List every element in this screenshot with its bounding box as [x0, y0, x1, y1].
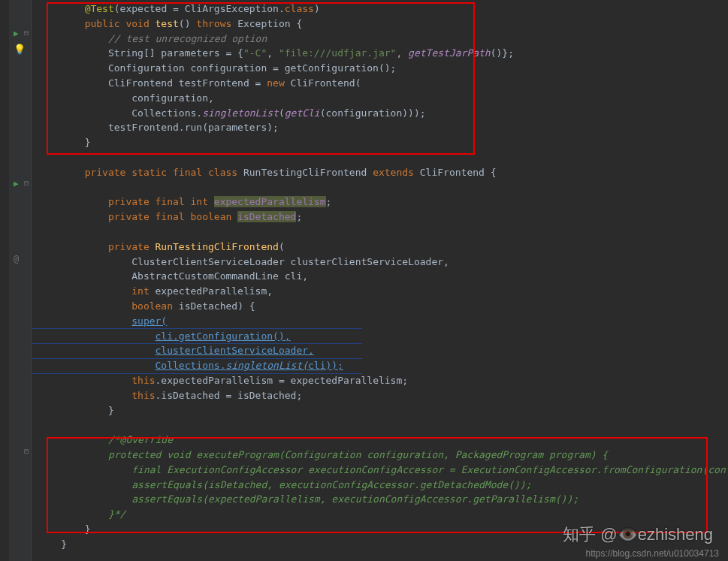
fold-icon[interactable]: ⊟ — [24, 29, 29, 37]
code-line[interactable]: clusterClientServiceLoader, — [32, 343, 728, 358]
code-line[interactable]: ClusterClientServiceLoader clusterClient… — [32, 255, 728, 270]
code-line[interactable]: testFrontend.run(parameters); — [32, 120, 728, 135]
lightbulb-icon[interactable]: 💡 — [14, 44, 26, 55]
annotation: @Test — [85, 3, 114, 14]
code-line[interactable]: /*@Override — [32, 433, 728, 448]
code-line[interactable] — [32, 225, 728, 240]
code-line[interactable] — [32, 150, 728, 165]
code-line[interactable]: this.expectedParallelism = expectedParal… — [32, 373, 728, 388]
run-icon[interactable]: ▶ — [14, 29, 19, 38]
code-line[interactable]: @Test(expected = CliArgsException.class) — [32, 2, 728, 17]
code-line[interactable]: Collections.singletonList(cli)); — [32, 358, 728, 373]
code-line[interactable]: private final int expectedParallelism; — [32, 195, 728, 210]
fold-icon[interactable]: ⊟ — [24, 179, 29, 187]
code-line[interactable]: assertEquals(isDetached, executionConfig… — [32, 478, 728, 493]
code-line[interactable]: } — [32, 403, 728, 418]
code-line[interactable]: boolean isDetached) { — [32, 299, 728, 314]
code-line[interactable]: this.isDetached = isDetached; — [32, 388, 728, 403]
run-icon[interactable]: ▶ — [14, 179, 19, 189]
code-line[interactable]: private static final class RunTestingCli… — [32, 165, 728, 180]
code-line[interactable]: final ExecutionConfigAccessor executionC… — [32, 463, 728, 478]
code-line[interactable]: // test unrecognized option — [32, 32, 728, 47]
margin-gutter — [0, 0, 9, 561]
code-editor[interactable]: ▶ 💡 ▶ @ ⊟ ⊟ ⊟ @Test(expected = CliArgsEx… — [0, 0, 728, 561]
code-line[interactable]: super( — [32, 314, 728, 329]
code-line[interactable]: AbstractCustomCommandLine cli, — [32, 269, 728, 284]
code-line[interactable]: CliFrontend testFrontend = new CliFronte… — [32, 76, 728, 91]
suppress-icon[interactable]: @ — [14, 254, 19, 264]
code-line[interactable]: Configuration configuration = getConfigu… — [32, 61, 728, 76]
code-line[interactable]: public void test() throws Exception { — [32, 17, 728, 32]
code-line[interactable]: configuration, — [32, 91, 728, 106]
fold-icon[interactable]: ⊟ — [24, 447, 29, 455]
code-line[interactable]: String[] parameters = {"-C", "file:///ud… — [32, 46, 728, 61]
code-line[interactable] — [32, 418, 728, 433]
code-line[interactable]: Collections.singletonList(getCli(configu… — [32, 106, 728, 121]
code-line[interactable]: cli.getConfiguration(), — [32, 329, 728, 344]
icon-gutter: ▶ 💡 ▶ @ ⊟ ⊟ ⊟ — [9, 0, 32, 561]
code-line[interactable]: protected void executeProgram(Configurat… — [32, 448, 728, 463]
code-line[interactable]: int expectedParallelism, — [32, 284, 728, 299]
watermark: 知乎 @👁️ezhisheng — [563, 523, 713, 546]
code-line[interactable] — [32, 180, 728, 195]
watermark-url: https://blog.csdn.net/u010034713 — [586, 548, 719, 559]
code-line[interactable]: private RunTestingCliFrontend( — [32, 240, 728, 255]
code-text-area[interactable]: @Test(expected = CliArgsException.class)… — [32, 0, 728, 561]
code-line[interactable]: } — [32, 135, 728, 150]
code-line[interactable]: }*/ — [32, 507, 728, 522]
code-line[interactable]: assertEquals(expectedParallelism, execut… — [32, 492, 728, 507]
code-line[interactable]: private final boolean isDetached; — [32, 210, 728, 225]
